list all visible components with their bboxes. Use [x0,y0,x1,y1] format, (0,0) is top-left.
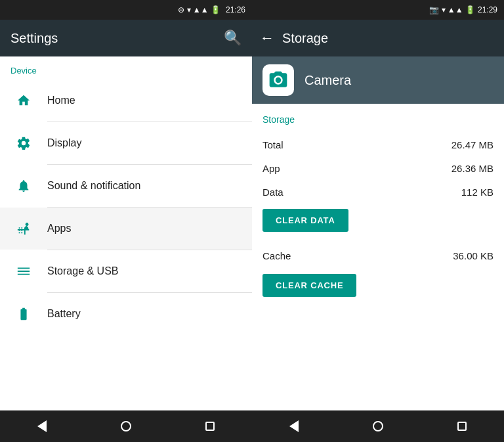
cache-row: Cache 36.00 KB [262,242,494,269]
sound-icon [10,173,37,199]
svg-point-1 [276,77,282,83]
status-bar-right: 📷 ▾ ▲▲ 🔋 21:29 [252,0,504,20]
right-recents-button[interactable] [449,413,475,439]
clear-cache-button[interactable]: CLEAR CACHE [262,274,356,297]
home-icon [10,87,37,114]
battery-label: Battery [47,308,81,320]
left-home-button[interactable] [113,413,139,439]
storage-usb-label: Storage & USB [47,265,119,277]
battery-list-item[interactable]: Battery [0,293,252,335]
svg-point-0 [26,223,29,226]
storage-content: Storage Total 26.47 MB App 26.36 MB Data… [252,104,504,410]
right-toolbar-title: Storage [282,31,328,46]
sound-list-item[interactable]: Sound & notification [0,165,252,207]
storage-row-app: App 26.36 MB [262,156,494,180]
storage-row-total: Total 26.47 MB [262,133,494,156]
cache-label: Cache [262,250,291,261]
left-nav-bar [0,410,252,442]
sound-label: Sound & notification [47,180,140,192]
cache-value: 36.00 KB [453,250,494,261]
display-icon [10,130,37,156]
app-value: 26.36 MB [452,163,494,174]
left-toolbar-title: Settings [10,31,58,46]
total-label: Total [262,139,284,150]
storage-usb-list-item[interactable]: Storage & USB [0,250,252,292]
right-back-button[interactable] [281,413,307,439]
settings-list: Device Home Display [0,56,252,410]
left-panel: ⊖ ▾ ▲▲ 🔋 21:26 Settings 🔍 Device Home [0,0,252,442]
apps-icon [10,215,37,242]
clear-data-button[interactable]: CLEAR DATA [262,209,348,232]
app-header: Camera [252,56,504,104]
right-nav-bar [252,410,504,442]
left-back-button[interactable] [29,413,55,439]
search-icon[interactable]: 🔍 [224,30,242,47]
left-toolbar: Settings 🔍 [0,20,252,56]
home-label: Home [47,95,75,106]
data-label: Data [262,187,284,198]
left-recents-button[interactable] [197,413,223,439]
display-label: Display [47,137,81,149]
total-value: 26.47 MB [452,139,494,150]
device-section-label: Device [0,56,252,79]
back-icon[interactable]: ← [260,30,274,47]
right-home-button[interactable] [365,413,391,439]
battery-icon [10,301,37,327]
right-toolbar: ← Storage [252,20,504,56]
right-panel: 📷 ▾ ▲▲ 🔋 21:29 ← Storage Camera Storage … [252,0,504,442]
app-icon [262,64,294,96]
status-bar-left: ⊖ ▾ ▲▲ 🔋 21:26 [0,0,252,20]
home-list-item[interactable]: Home [0,79,252,122]
storage-section-label: Storage [262,114,494,125]
data-value: 112 KB [461,187,494,198]
storage-row-data: Data 112 KB [262,180,494,204]
app-name: Camera [304,73,351,88]
display-list-item[interactable]: Display [0,122,252,164]
left-time: 21:26 [226,5,245,14]
right-status-icons: 📷 ▾ ▲▲ 🔋 [429,5,475,14]
left-status-icons: ⊖ ▾ ▲▲ 🔋 [178,5,220,14]
apps-label: Apps [47,223,71,234]
storage-usb-icon [10,258,37,284]
apps-list-item[interactable]: Apps [0,208,252,250]
app-label: App [262,163,280,174]
right-time: 21:29 [478,5,497,14]
